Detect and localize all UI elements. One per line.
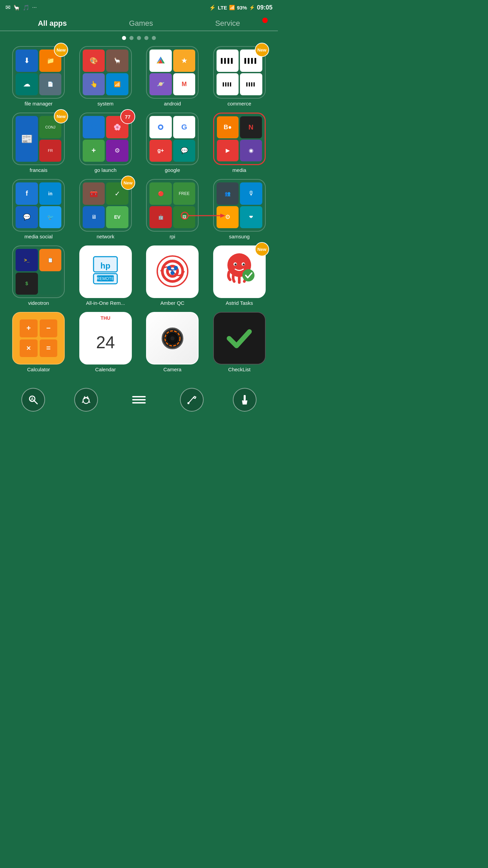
sub-icon-google-search: G <box>173 116 196 138</box>
app-item-commerce[interactable]: ▌▌▌▌ ▌▌▌▌ ▌▌▌▌ ▌▌▌▌ New commerce <box>208 46 271 106</box>
sub-icon-samsung4: ❤ <box>240 206 262 229</box>
sub-icon-drive <box>149 50 172 72</box>
sub-icon-rpi1: 🔴 <box>149 182 172 205</box>
page-dot-3[interactable] <box>137 36 141 40</box>
app-label-samsung: samsung <box>229 234 250 239</box>
app-item-calendar[interactable]: THU 24 Calendar <box>74 312 138 372</box>
sub-icon-terminal1: >_ <box>16 249 38 271</box>
tab-all-apps[interactable]: All apps <box>31 18 74 29</box>
page-indicators <box>0 31 278 43</box>
sub-icon-newspaper: 📰 <box>16 116 38 162</box>
page-dot-5[interactable] <box>152 36 156 40</box>
app-icon-google: G g+ 💬 <box>146 113 199 165</box>
sub-icon-ev: EV <box>106 206 128 229</box>
sub-icon-youtube: ▶ <box>217 140 239 162</box>
sub-icon-astrid <box>221 250 258 294</box>
app-icon-wrapper-android: ★ 🪐 M <box>146 46 199 99</box>
app-label-go-launch: go launch <box>95 167 117 173</box>
menu-button[interactable] <box>127 388 151 412</box>
sub-icon-twitch: ◉ <box>240 140 262 162</box>
svg-point-15 <box>174 266 178 270</box>
app-icon-media-social: f in 💬 🐦 <box>12 179 65 232</box>
sub-icon-netflix: N <box>240 116 262 138</box>
sub-icon-samsung2: 🎙 <box>240 182 262 205</box>
menu-line-1 <box>132 396 146 397</box>
charging-icon: ⚡ <box>249 5 255 10</box>
app-label-all-in-one: All-in-One Rem... <box>86 300 125 306</box>
app-item-checklist[interactable]: CheckList <box>208 312 271 372</box>
page-dot-4[interactable] <box>144 36 148 40</box>
sub-icon-barcode3: ▌▌▌▌ <box>217 73 239 96</box>
app-item-system[interactable]: 🎨 🦙 👆 📶 system <box>74 46 138 106</box>
app-icon-wrapper-calendar: THU 24 <box>79 312 132 364</box>
app-icon-wrapper-camera <box>146 312 199 364</box>
app-item-media[interactable]: B● N ▶ ◉ media <box>208 113 271 173</box>
app-item-amber-qc[interactable]: Amber QC <box>141 245 204 306</box>
music-icon: 🎵 <box>23 4 29 11</box>
app-item-network[interactable]: 🧰 ✓ 🖥 EV New network <box>74 179 138 239</box>
svg-line-36 <box>34 401 37 404</box>
app-item-go-launch[interactable]: 👤 🌸 + ⚙ 77 go launch <box>74 113 138 173</box>
search-button[interactable]: A <box>21 388 45 412</box>
app-item-astrid-tasks[interactable]: New Astrid Tasks <box>208 245 271 306</box>
tools-button[interactable] <box>180 388 204 412</box>
app-icon-videotron: >_ 📋 $ <box>12 245 65 298</box>
sub-icon-facebook: f <box>16 182 38 205</box>
service-notification-dot <box>262 18 268 23</box>
app-item-camera[interactable]: Camera <box>141 312 204 372</box>
sub-icon-download: ⬇ <box>16 50 38 72</box>
sub-icon-file: 📄 <box>39 73 62 96</box>
sub-icon-gear: ⚙ <box>217 206 239 229</box>
app-icon-wrapper-astrid-tasks: New <box>213 245 266 298</box>
svg-rect-44 <box>244 395 246 400</box>
sub-icon-blank <box>39 273 62 295</box>
app-label-commerce: commerce <box>227 101 251 106</box>
tab-service[interactable]: Service <box>208 18 247 29</box>
page-dot-1[interactable] <box>122 36 126 40</box>
app-label-calendar: Calendar <box>95 367 116 372</box>
app-item-media-social[interactable]: f in 💬 🐦 media social <box>7 179 70 239</box>
app-label-system: system <box>97 101 114 106</box>
app-item-all-in-one[interactable]: hp REMOTE All-in-One Rem... <box>74 245 138 306</box>
sub-icon-terminal3: $ <box>16 273 38 295</box>
sub-icon-touch: 👆 <box>83 73 105 96</box>
sub-icon-buzzapp: B● <box>217 116 239 138</box>
app-item-videotron[interactable]: >_ 📋 $ videotron <box>7 245 70 306</box>
svg-point-38 <box>83 397 89 403</box>
svg-text:A: A <box>31 397 34 401</box>
app-label-network: network <box>97 234 115 239</box>
app-item-samsung[interactable]: 👥 🎙 ⚙ ❤ samsung <box>208 179 271 239</box>
app-icon-checklist <box>213 312 266 364</box>
app-item-file-manager[interactable]: ⬇ 📁 ☁ 📄 New file manager <box>7 46 70 106</box>
sub-icon-settings2: ⚙ <box>106 140 128 162</box>
status-left: ✉ 🦙 🎵 ··· <box>5 4 37 11</box>
app-icon-all-in-one: hp REMOTE <box>79 245 132 298</box>
app-label-checklist: CheckList <box>228 367 250 372</box>
tab-games[interactable]: Games <box>122 18 160 29</box>
badge-new-commerce: New <box>255 43 269 57</box>
app-item-google[interactable]: G g+ 💬 google <box>141 113 204 173</box>
app-label-android: android <box>164 101 181 106</box>
badge-number-go-launch: 77 <box>120 109 135 124</box>
page-dot-2[interactable] <box>129 36 134 40</box>
sub-icon-hangouts: 💬 <box>173 140 196 162</box>
app-icon-wrapper-checklist <box>213 312 266 364</box>
menu-line-2 <box>132 399 146 400</box>
clean-button[interactable] <box>233 388 257 412</box>
more-icon: ··· <box>32 4 37 11</box>
sub-icon-googleplus: g+ <box>149 140 172 162</box>
bluetooth-icon: ⚡ <box>209 4 216 11</box>
sub-icon-orbit: 🪐 <box>149 73 172 96</box>
app-item-francais[interactable]: 📰 CONJ FR New francais <box>7 113 70 173</box>
app-icon-wrapper-network: 🧰 ✓ 🖥 EV New <box>79 179 132 232</box>
sub-icon-hp-remote: hp REMOTE <box>90 255 121 289</box>
mail-icon: ✉ <box>5 4 11 11</box>
sub-icon-rpi4: 🖼 <box>173 206 196 229</box>
app-icon-wrapper-commerce: ▌▌▌▌ ▌▌▌▌ ▌▌▌▌ ▌▌▌▌ New <box>213 46 266 99</box>
badge-new-astrid-tasks: New <box>255 242 269 256</box>
app-item-calculator[interactable]: + − × = Calculator <box>7 312 70 372</box>
android-button[interactable] <box>74 388 98 412</box>
app-item-rpi[interactable]: 🔴 FREE 🤖 🖼 rpi <box>141 179 204 239</box>
app-icon-android: ★ 🪐 M <box>146 46 199 99</box>
app-item-android[interactable]: ★ 🪐 M android <box>141 46 204 106</box>
